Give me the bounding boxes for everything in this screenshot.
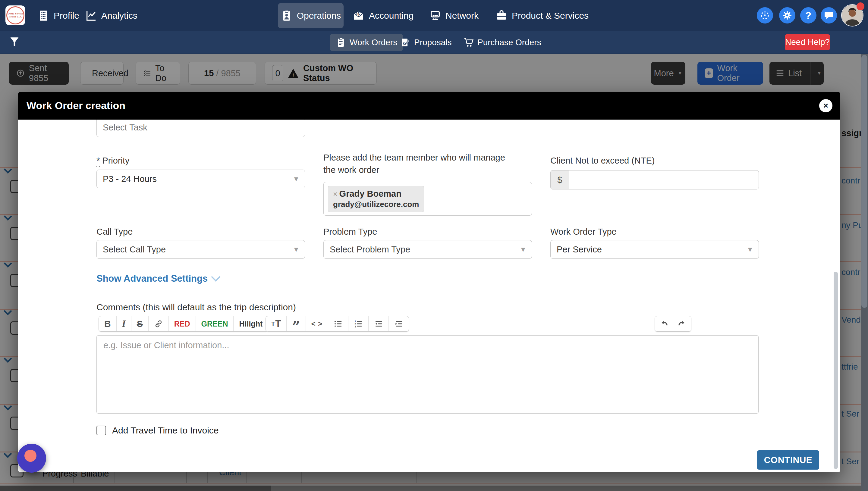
close-icon[interactable]: × [819,99,833,112]
travel-time-checkbox[interactable] [96,426,106,435]
editor-toolbar-format-group: B I S RED GREEN Hilight [99,316,268,331]
unordered-list-button[interactable] [328,316,348,331]
nav-products-services[interactable]: Product & Services [496,0,589,31]
indent-icon [394,319,403,328]
link-button[interactable] [148,316,169,331]
need-help-label: Need Help? [785,37,830,47]
tab-work-orders[interactable]: Work Orders [330,34,403,51]
call-type-label: Call Type [96,227,133,237]
nav-profile[interactable]: Profile [37,0,79,31]
nav-network[interactable]: Network [429,0,479,31]
people-network-icon [429,10,441,22]
nav-profile-label: Profile [54,10,79,21]
help-button[interactable]: ? [800,7,816,24]
indent-button[interactable] [389,316,409,331]
nav-operations-label: Operations [297,10,341,21]
logo-text: Demo Service Broker LLC [6,6,24,24]
need-help-button[interactable]: Need Help? [785,34,830,50]
settings-button[interactable] [779,7,795,24]
notification-dot [857,2,864,10]
proposals-icon: $ [400,37,411,48]
chart-icon [85,10,97,22]
editor-toolbar-block-group: TT ” < > 123 [265,316,409,331]
link-icon [154,319,163,328]
work-order-type-label: Work Order Type [550,227,617,237]
font-size-button[interactable]: TT [266,316,287,331]
nav-products-label: Product & Services [512,10,589,21]
code-button[interactable]: < > [306,316,329,331]
ordered-list-button[interactable]: 123 [348,316,369,331]
comments-placeholder: e.g. Issue or Client information... [103,340,229,350]
nav-analytics[interactable]: Analytics [85,0,137,31]
chat-widget-button[interactable] [17,444,46,473]
chat-widget-dot [24,450,36,462]
outdent-icon [374,319,383,328]
modal-header: Work Order creation × [18,92,840,120]
required-asterisk: * [96,156,100,167]
chevron-down-icon: ▼ [520,246,527,254]
redo-button[interactable] [673,316,691,331]
green-text-button[interactable]: GREEN [196,316,234,331]
call-type-select[interactable]: Select Call Type ▼ [96,240,305,259]
tab-purchase-orders-label: Purchase Orders [477,38,541,47]
priority-select[interactable]: P3 - 24 Hours ▼ [96,170,305,188]
currency-prefix: $ [550,170,569,190]
tab-purchase-orders[interactable]: Purchase Orders [464,31,541,54]
building-icon [37,10,50,22]
svg-text:3: 3 [355,325,356,328]
problem-type-label: Problem Type [324,227,377,237]
unordered-list-icon [334,319,343,328]
undo-button[interactable] [655,316,673,331]
modal-title: Work Order creation [27,100,125,112]
tab-work-orders-label: Work Orders [349,38,397,47]
team-member-label: Please add the team member who will mana… [324,151,513,176]
svg-text:$: $ [358,11,360,16]
tab-proposals[interactable]: $ Proposals [400,31,452,54]
top-navbar: Demo Service Broker LLC Profile Analytic… [0,0,868,31]
continue-button[interactable]: CONTINUE [757,450,819,470]
show-advanced-settings-link[interactable]: Show Advanced Settings [96,273,219,284]
chevron-down-icon: ▼ [747,246,754,254]
select-task-input[interactable] [96,120,305,137]
outdent-button[interactable] [369,316,389,331]
chevron-down-icon: ▼ [292,175,300,183]
chevron-down-icon: ▼ [292,246,300,254]
filter-button[interactable] [8,36,21,50]
editor-toolbar-history-group [654,316,691,331]
blockquote-button[interactable]: ” [287,316,306,331]
briefcase-icon [496,10,507,22]
team-member-email: grady@utilizecore.com [333,199,419,209]
cart-icon [464,37,474,48]
priority-label: * Priority [96,156,130,166]
clipboard-person-icon [281,10,292,22]
team-member-box[interactable]: ×Grady Boeman grady@utilizecore.com [324,182,532,216]
company-logo[interactable]: Demo Service Broker LLC [5,5,25,25]
redo-icon [677,319,687,329]
nav-analytics-label: Analytics [101,10,137,21]
priority-value: P3 - 24 Hours [96,170,305,188]
bold-button[interactable]: B [99,316,117,331]
chat-button[interactable] [821,7,837,24]
comments-label: Comments (this will default as the trip … [96,302,296,312]
history-button[interactable] [757,7,773,24]
work-order-type-select[interactable]: Per Service ▼ [550,240,759,259]
nte-input-group: $ [550,170,759,190]
strikethrough-button[interactable]: S [132,316,148,331]
red-text-button[interactable]: RED [169,316,196,331]
team-member-tag: ×Grady Boeman grady@utilizecore.com [328,186,424,212]
highlight-button[interactable]: Hilight [233,316,268,331]
remove-tag-icon[interactable]: × [333,190,338,198]
nav-network-label: Network [445,10,479,21]
comments-editor[interactable]: e.g. Issue or Client information... [96,335,759,413]
problem-type-select[interactable]: Select Problem Type ▼ [324,240,532,259]
undo-icon [659,319,669,329]
italic-button[interactable]: I [117,316,132,331]
nav-accounting[interactable]: $ Accounting [353,0,414,31]
modal-scrollbar-thumb[interactable] [834,272,838,469]
nte-label: Client Not to exceed (NTE) [550,156,655,166]
nav-operations[interactable]: Operations [278,3,343,28]
nte-input[interactable] [569,170,759,190]
ordered-list-icon: 123 [354,319,363,328]
accounting-icon: $ [353,10,365,22]
work-order-type-value: Per Service [550,240,759,259]
